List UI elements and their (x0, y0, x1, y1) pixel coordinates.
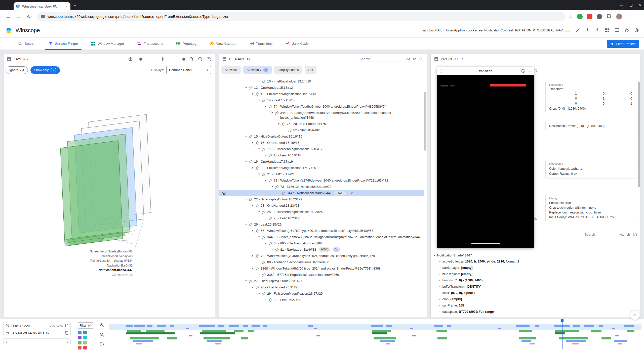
trace-event-segment[interactable] (199, 325, 215, 327)
expand-chevron-icon[interactable]: ▾ (270, 184, 275, 189)
address-bar[interactable]: winscope.teams.x20web.corp.google.com/pr… (37, 12, 565, 21)
pin-icon[interactable] (255, 165, 261, 170)
layer-label[interactable]: Common Panel (44, 273, 133, 277)
hierarchy-row[interactable]: •30 - Leaf:26:27#30 (219, 297, 424, 303)
trace-event-segment[interactable] (627, 330, 635, 332)
expand-chevron-icon[interactable]: ▾ (257, 172, 262, 177)
trace-event-segment[interactable] (133, 340, 153, 342)
trace-event-segment[interactable] (535, 325, 539, 327)
trace-event-segment[interactable] (372, 332, 387, 334)
window-minimize-button[interactable]: — (620, 3, 623, 7)
hierarchy-scrollbar[interactable] (424, 92, 426, 151)
panel-drag-icon[interactable] (222, 57, 226, 61)
bug-report-icon[interactable] (624, 28, 629, 33)
trace-toggle-icon[interactable] (78, 341, 82, 344)
pin-icon[interactable] (268, 241, 274, 246)
layer-label[interactable]: ScreenDecorOverlay#60 (44, 254, 133, 259)
panel-drag-icon[interactable] (434, 57, 438, 61)
hierarchy-row[interactable]: ▾3449 - Surface(name=885b63e NavigationB… (219, 234, 424, 240)
hierarchy-row[interactable]: ▾68 - 885b63e NavigationBar0#68 (219, 240, 424, 246)
regex-icon[interactable]: (.*) (633, 233, 637, 236)
trace-event-segment[interactable] (447, 325, 451, 327)
pin-icon[interactable] (249, 159, 254, 164)
trace-event-segment[interactable] (555, 332, 565, 334)
nav-tab-jank-cujs[interactable]: Jank CUJs (279, 38, 315, 50)
trace-toggle-icon[interactable] (78, 336, 82, 339)
expand-chevron-icon[interactable]: ▾ (250, 228, 255, 233)
scroll-left-icon[interactable]: ‹ (6, 340, 7, 344)
hierarchy-row[interactable]: ▾17 - FullscreenMagnification:16:16#17 (219, 146, 424, 152)
pin-icon[interactable] (255, 253, 261, 258)
timeline-zoom-in-icon[interactable] (100, 323, 104, 327)
match-word-icon[interactable]: ab (413, 57, 416, 61)
trace-event-segment[interactable] (380, 340, 395, 342)
show-only-chip[interactable]: Show only V (30, 66, 60, 74)
expand-chevron-icon[interactable]: ▾ (270, 110, 275, 115)
trace-event-segment[interactable] (573, 325, 580, 327)
minimize-overlay-icon[interactable]: — (528, 69, 532, 73)
trace-event-segment[interactable] (126, 332, 175, 334)
pin-icon[interactable] (255, 266, 261, 271)
pin-icon[interactable] (255, 140, 261, 145)
trace-event-segment[interactable] (521, 340, 531, 342)
expand-chevron-icon[interactable]: ▾ (244, 279, 249, 283)
pin-icon[interactable] (268, 104, 274, 109)
expand-chevron-icon[interactable]: ▾ (250, 140, 255, 145)
expand-chevron-icon[interactable]: ▾ (250, 165, 255, 170)
pin-icon[interactable] (255, 203, 261, 208)
tab-close-icon[interactable]: × (66, 4, 68, 9)
pin-icon[interactable] (249, 134, 254, 139)
trace-toggle-icon[interactable] (83, 336, 87, 339)
hierarchy-row[interactable]: ▾74 - WindowToken{fdddbe6 type=2000 andr… (219, 103, 424, 110)
trace-event-segment[interactable] (126, 325, 133, 327)
hierarchy-row[interactable]: •10 - ImePlaceholder:13:14#10 (219, 78, 424, 84)
pin-icon[interactable] (275, 247, 280, 252)
trace-event-segment[interactable] (519, 330, 532, 332)
match-case-icon[interactable]: Aa (406, 57, 410, 61)
hierarchy-filter-simplify-names[interactable]: Simplify names (274, 66, 302, 74)
hierarchy-filter-flat[interactable]: Flat (305, 66, 316, 74)
nav-tab-view-capture[interactable]: View Capture (203, 38, 243, 50)
trace-event-segment[interactable] (146, 330, 165, 332)
pin-icon[interactable] (268, 178, 274, 183)
layer-label[interactable]: PointerLocation - display 0#134 (44, 258, 133, 263)
property-item-blurRegions[interactable]: •blurRegions:[empty] (431, 271, 640, 277)
hierarchy-row[interactable]: •3447 - NotificationShade#3447HWCV (219, 190, 424, 196)
timeline-canvas[interactable] (109, 320, 641, 349)
trace-event-segment[interactable] (554, 325, 570, 327)
trace-event-segment[interactable] (410, 328, 413, 329)
pin-icon[interactable] (275, 110, 280, 115)
expand-chevron-icon[interactable]: ▾ (244, 197, 249, 202)
property-item-bufferTransform[interactable]: •bufferTransform:IDENTITY (431, 284, 640, 290)
trace-toggle-icon[interactable] (78, 331, 82, 334)
pin-icon[interactable] (262, 291, 267, 296)
expand-chevron-icon[interactable]: ▾ (250, 285, 255, 290)
trace-event-segment[interactable] (618, 343, 622, 344)
trace-toggle-icon[interactable] (83, 331, 87, 334)
hierarchy-row[interactable]: ▾24 - FullscreenMagnification:18:23#24 (219, 209, 424, 215)
expand-chevron-icon[interactable]: ▾ (263, 241, 268, 246)
trace-event-segment[interactable] (314, 328, 317, 329)
trace-event-segment[interactable] (374, 337, 396, 339)
trace-event-segment[interactable] (601, 337, 611, 339)
copy-icon[interactable] (65, 331, 68, 335)
trace-event-segment[interactable] (584, 325, 594, 327)
docs-book-icon[interactable] (615, 28, 619, 33)
match-case-icon[interactable]: Aa (620, 233, 624, 236)
pin-icon[interactable] (262, 235, 267, 239)
hierarchy-row[interactable]: ▾12 - OneHanded:15:15#12 (219, 84, 424, 91)
pin-icon[interactable] (255, 285, 261, 290)
layers-3d-view[interactable] (4, 79, 215, 317)
properties-scrollbar[interactable] (638, 82, 640, 187)
pin-icon[interactable] (281, 191, 287, 195)
trace-event-segment[interactable] (530, 343, 535, 344)
timeline-reset-zoom-icon[interactable] (100, 342, 104, 346)
info-icon[interactable] (521, 69, 525, 73)
browser-tab[interactable]: Winscope | sandbox-FAIl × (14, 2, 70, 10)
expand-chevron-icon[interactable]: ▾ (257, 235, 262, 239)
expand-chevron-icon[interactable]: ▾ (250, 203, 255, 208)
hierarchy-row[interactable]: •82 - StatusBar#82 (219, 127, 424, 133)
trace-event-segment[interactable] (519, 337, 536, 339)
nav-tab-surface-flinger[interactable]: Surface Flinger (42, 38, 85, 50)
property-item-currFrame[interactable]: •currFrame:155 (431, 302, 640, 309)
